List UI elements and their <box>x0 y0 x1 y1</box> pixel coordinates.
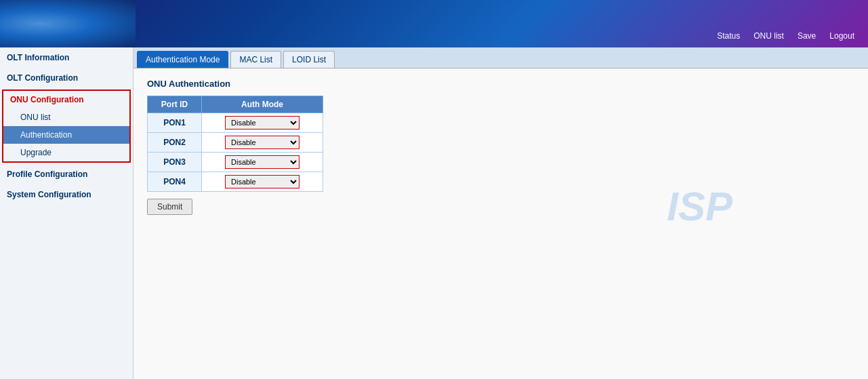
auth-mode-select-pon1[interactable]: DisableMACLOIDMAC+LOID <box>225 116 299 129</box>
sidebar-item-onu-list[interactable]: ONU list <box>3 108 129 126</box>
sidebar-item-authentication[interactable]: Authentication <box>3 126 129 144</box>
auth-mode-select-pon4[interactable]: DisableMACLOIDMAC+LOID <box>225 175 299 188</box>
status-link[interactable]: Status <box>717 31 740 41</box>
sidebar-item-upgrade[interactable]: Upgrade <box>3 144 129 161</box>
sidebar-item-profile-configuration[interactable]: Profile Configuration <box>0 164 133 184</box>
tab-content: ONU Authentication Port ID Auth Mode PON… <box>133 68 868 225</box>
sidebar-item-olt-configuration[interactable]: OLT Configuration <box>0 68 133 88</box>
port-id-cell: PON3 <box>148 153 202 172</box>
col-header-port-id: Port ID <box>148 96 202 113</box>
auth-mode-cell: DisableMACLOIDMAC+LOID <box>202 133 323 153</box>
sidebar-item-onu-configuration[interactable]: ONU Configuration <box>3 91 129 108</box>
port-id-cell: PON4 <box>148 172 202 192</box>
auth-mode-cell: DisableMACLOIDMAC+LOID <box>202 172 323 192</box>
header: Status ONU list Save Logout <box>0 0 868 47</box>
tab-mac-list[interactable]: MAC List <box>230 51 281 68</box>
port-id-cell: PON2 <box>148 133 202 153</box>
table-row: PON3DisableMACLOIDMAC+LOID <box>148 153 323 172</box>
submit-button[interactable]: Submit <box>147 199 192 215</box>
table-row: PON4DisableMACLOIDMAC+LOID <box>148 172 323 192</box>
auth-mode-cell: DisableMACLOIDMAC+LOID <box>202 113 323 133</box>
sidebar-item-olt-information[interactable]: OLT Information <box>0 47 133 68</box>
table-row: PON1DisableMACLOIDMAC+LOID <box>148 113 323 133</box>
onu-config-group: ONU Configuration ONU list Authenticatio… <box>2 89 131 163</box>
tab-authentication-mode[interactable]: Authentication Mode <box>137 51 228 68</box>
auth-table: Port ID Auth Mode PON1DisableMACLOIDMAC+… <box>147 96 323 192</box>
save-link[interactable]: Save <box>798 31 816 41</box>
tab-bar: Authentication Mode MAC List LOID List <box>133 47 868 68</box>
logout-link[interactable]: Logout <box>829 31 854 41</box>
sidebar-item-system-configuration[interactable]: System Configuration <box>0 184 133 205</box>
section-title: ONU Authentication <box>147 79 854 89</box>
col-header-auth-mode: Auth Mode <box>202 96 323 113</box>
auth-mode-select-pon2[interactable]: DisableMACLOIDMAC+LOID <box>225 136 299 149</box>
onu-list-link[interactable]: ONU list <box>753 31 784 41</box>
port-id-cell: PON1 <box>148 113 202 133</box>
auth-mode-cell: DisableMACLOIDMAC+LOID <box>202 153 323 172</box>
header-nav: Status ONU list Save Logout <box>717 31 854 41</box>
table-row: PON2DisableMACLOIDMAC+LOID <box>148 133 323 153</box>
tab-loid-list[interactable]: LOID List <box>283 51 335 68</box>
main-content: Authentication Mode MAC List LOID List O… <box>133 47 868 379</box>
auth-mode-select-pon3[interactable]: DisableMACLOIDMAC+LOID <box>225 155 299 169</box>
sidebar: OLT Information OLT Configuration ONU Co… <box>0 47 133 379</box>
